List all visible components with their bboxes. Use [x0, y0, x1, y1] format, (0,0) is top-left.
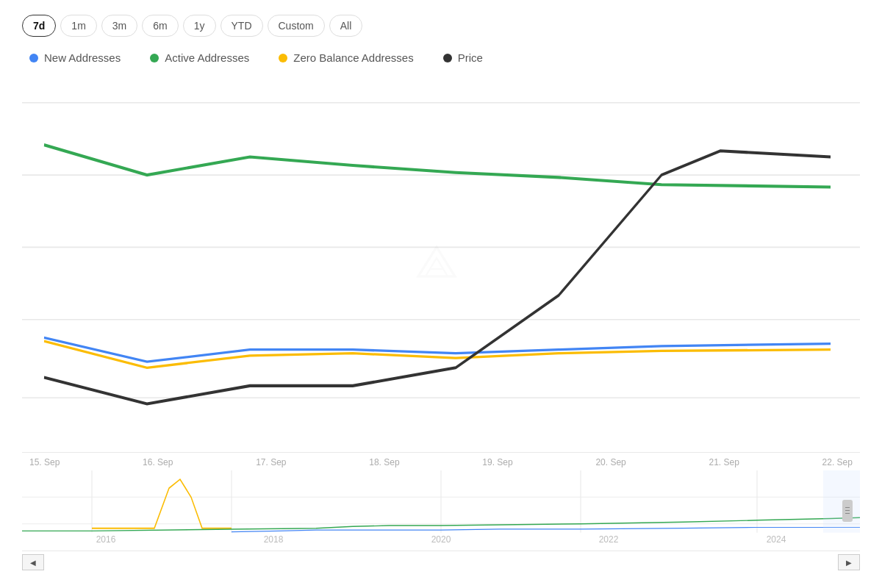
legend-item-price: Price: [443, 51, 483, 64]
x-label-7: 22. Sep: [822, 457, 853, 467]
legend-label-price: Price: [458, 51, 483, 64]
time-filter-bar: 7d1m3m6m1yYTDCustomAll: [22, 15, 860, 37]
time-filter-3m[interactable]: 3m: [101, 15, 137, 37]
nav-right-arrow[interactable]: ▶: [838, 554, 860, 570]
legend-item-zero-balance: Zero Balance Addresses: [279, 51, 413, 64]
legend-dot-zero-balance: [279, 54, 287, 62]
x-label-6: 21. Sep: [709, 457, 739, 467]
main-chart-svg: [22, 79, 860, 452]
time-filter-1m[interactable]: 1m: [60, 15, 96, 37]
x-label-4: 19. Sep: [482, 457, 512, 467]
x-label-5: 20. Sep: [595, 457, 625, 467]
main-chart: [22, 79, 860, 453]
legend-label-zero-balance: Zero Balance Addresses: [293, 51, 413, 64]
legend-item-new-addresses: New Addresses: [29, 51, 121, 64]
main-container: 7d1m3m6m1yYTDCustomAll New AddressesActi…: [0, 0, 882, 588]
legend-item-active-addresses: Active Addresses: [150, 51, 249, 64]
x-label-3: 18. Sep: [369, 457, 399, 467]
mini-chart: 20162018202020222024: [22, 470, 860, 551]
time-filter-all[interactable]: All: [329, 15, 363, 37]
nav-left-arrow[interactable]: ◀: [22, 554, 44, 570]
legend-dot-new-addresses: [29, 54, 38, 62]
chart-wrapper: 15. Sep16. Sep17. Sep18. Sep19. Sep20. S…: [22, 79, 860, 573]
legend-label-new-addresses: New Addresses: [44, 51, 121, 64]
time-filter-1y[interactable]: 1y: [183, 15, 216, 37]
mini-scroll-handle[interactable]: [842, 500, 853, 522]
legend-dot-price: [443, 54, 452, 62]
time-filter-ytd[interactable]: YTD: [220, 15, 263, 37]
x-label-2: 17. Sep: [256, 457, 286, 467]
time-filter-7d[interactable]: 7d: [22, 15, 56, 37]
time-filter-6m[interactable]: 6m: [142, 15, 178, 37]
legend-label-active-addresses: Active Addresses: [165, 51, 249, 64]
mini-chart-svg: [22, 470, 860, 551]
x-label-0: 15. Sep: [29, 457, 60, 467]
x-label-1: 16. Sep: [143, 457, 173, 467]
chart-legend: New AddressesActive AddressesZero Balanc…: [22, 51, 860, 64]
svg-rect-15: [823, 470, 860, 533]
time-filter-custom[interactable]: Custom: [268, 15, 325, 37]
legend-dot-active-addresses: [150, 54, 159, 62]
x-axis: 15. Sep16. Sep17. Sep18. Sep19. Sep20. S…: [22, 453, 860, 467]
nav-arrows: ◀ ▶: [22, 551, 860, 573]
